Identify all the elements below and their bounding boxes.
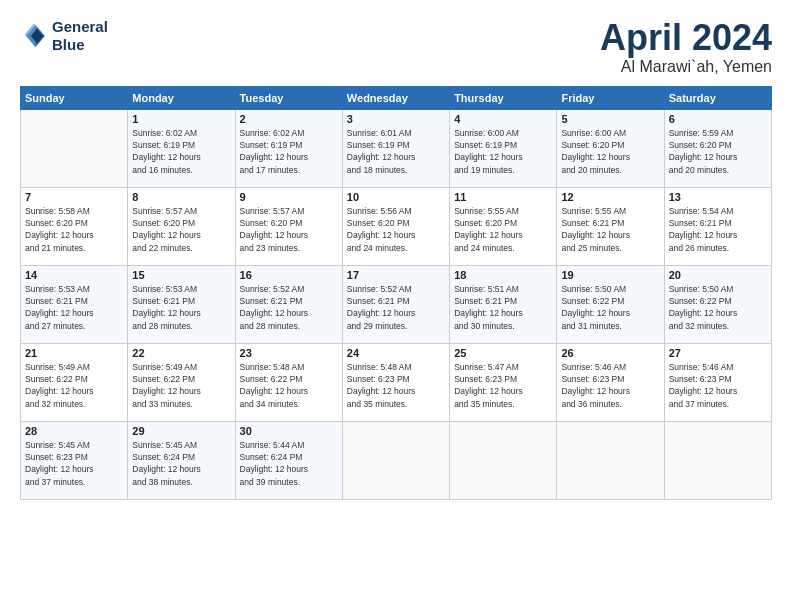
month-title: April 2024 [600, 18, 772, 58]
calendar-cell: 20Sunrise: 5:50 AMSunset: 6:22 PMDayligh… [664, 265, 771, 343]
header: General Blue April 2024 Al Marawi`ah, Ye… [20, 18, 772, 76]
day-info: Sunrise: 5:47 AMSunset: 6:23 PMDaylight:… [454, 361, 552, 410]
day-number: 24 [347, 347, 445, 359]
calendar-cell: 11Sunrise: 5:55 AMSunset: 6:20 PMDayligh… [450, 187, 557, 265]
calendar-cell: 8Sunrise: 5:57 AMSunset: 6:20 PMDaylight… [128, 187, 235, 265]
calendar-cell: 29Sunrise: 5:45 AMSunset: 6:24 PMDayligh… [128, 421, 235, 499]
calendar-cell: 14Sunrise: 5:53 AMSunset: 6:21 PMDayligh… [21, 265, 128, 343]
day-number: 7 [25, 191, 123, 203]
col-header-wednesday: Wednesday [342, 86, 449, 109]
calendar-cell: 28Sunrise: 5:45 AMSunset: 6:23 PMDayligh… [21, 421, 128, 499]
day-number: 15 [132, 269, 230, 281]
day-info: Sunrise: 6:02 AMSunset: 6:19 PMDaylight:… [240, 127, 338, 176]
col-header-sunday: Sunday [21, 86, 128, 109]
col-header-tuesday: Tuesday [235, 86, 342, 109]
day-number: 3 [347, 113, 445, 125]
calendar-table: SundayMondayTuesdayWednesdayThursdayFrid… [20, 86, 772, 500]
day-info: Sunrise: 5:49 AMSunset: 6:22 PMDaylight:… [25, 361, 123, 410]
calendar-cell: 10Sunrise: 5:56 AMSunset: 6:20 PMDayligh… [342, 187, 449, 265]
day-info: Sunrise: 5:51 AMSunset: 6:21 PMDaylight:… [454, 283, 552, 332]
day-number: 22 [132, 347, 230, 359]
day-info: Sunrise: 5:56 AMSunset: 6:20 PMDaylight:… [347, 205, 445, 254]
day-number: 12 [561, 191, 659, 203]
title-block: April 2024 Al Marawi`ah, Yemen [600, 18, 772, 76]
day-info: Sunrise: 6:02 AMSunset: 6:19 PMDaylight:… [132, 127, 230, 176]
day-info: Sunrise: 5:50 AMSunset: 6:22 PMDaylight:… [669, 283, 767, 332]
day-info: Sunrise: 5:45 AMSunset: 6:24 PMDaylight:… [132, 439, 230, 488]
day-number: 23 [240, 347, 338, 359]
day-number: 4 [454, 113, 552, 125]
day-info: Sunrise: 5:54 AMSunset: 6:21 PMDaylight:… [669, 205, 767, 254]
calendar-cell: 21Sunrise: 5:49 AMSunset: 6:22 PMDayligh… [21, 343, 128, 421]
calendar-cell: 13Sunrise: 5:54 AMSunset: 6:21 PMDayligh… [664, 187, 771, 265]
day-number: 8 [132, 191, 230, 203]
day-number: 27 [669, 347, 767, 359]
calendar-cell: 3Sunrise: 6:01 AMSunset: 6:19 PMDaylight… [342, 109, 449, 187]
day-number: 18 [454, 269, 552, 281]
day-info: Sunrise: 5:53 AMSunset: 6:21 PMDaylight:… [132, 283, 230, 332]
calendar-cell: 12Sunrise: 5:55 AMSunset: 6:21 PMDayligh… [557, 187, 664, 265]
day-info: Sunrise: 5:58 AMSunset: 6:20 PMDaylight:… [25, 205, 123, 254]
day-info: Sunrise: 6:01 AMSunset: 6:19 PMDaylight:… [347, 127, 445, 176]
day-info: Sunrise: 5:44 AMSunset: 6:24 PMDaylight:… [240, 439, 338, 488]
day-info: Sunrise: 5:50 AMSunset: 6:22 PMDaylight:… [561, 283, 659, 332]
day-number: 16 [240, 269, 338, 281]
day-number: 11 [454, 191, 552, 203]
page: General Blue April 2024 Al Marawi`ah, Ye… [0, 0, 792, 612]
calendar-cell: 6Sunrise: 5:59 AMSunset: 6:20 PMDaylight… [664, 109, 771, 187]
calendar-cell: 7Sunrise: 5:58 AMSunset: 6:20 PMDaylight… [21, 187, 128, 265]
calendar-cell: 27Sunrise: 5:46 AMSunset: 6:23 PMDayligh… [664, 343, 771, 421]
day-number: 17 [347, 269, 445, 281]
calendar-cell: 2Sunrise: 6:02 AMSunset: 6:19 PMDaylight… [235, 109, 342, 187]
logo-icon [20, 22, 48, 50]
day-info: Sunrise: 5:52 AMSunset: 6:21 PMDaylight:… [240, 283, 338, 332]
day-number: 25 [454, 347, 552, 359]
logo: General Blue [20, 18, 108, 54]
day-info: Sunrise: 6:00 AMSunset: 6:20 PMDaylight:… [561, 127, 659, 176]
day-number: 14 [25, 269, 123, 281]
logo-text: General Blue [52, 18, 108, 54]
col-header-thursday: Thursday [450, 86, 557, 109]
calendar-cell: 30Sunrise: 5:44 AMSunset: 6:24 PMDayligh… [235, 421, 342, 499]
calendar-cell: 16Sunrise: 5:52 AMSunset: 6:21 PMDayligh… [235, 265, 342, 343]
calendar-cell [450, 421, 557, 499]
day-number: 10 [347, 191, 445, 203]
day-info: Sunrise: 5:55 AMSunset: 6:20 PMDaylight:… [454, 205, 552, 254]
calendar-cell: 19Sunrise: 5:50 AMSunset: 6:22 PMDayligh… [557, 265, 664, 343]
day-number: 1 [132, 113, 230, 125]
day-number: 13 [669, 191, 767, 203]
location: Al Marawi`ah, Yemen [600, 58, 772, 76]
calendar-cell [664, 421, 771, 499]
col-header-friday: Friday [557, 86, 664, 109]
day-number: 30 [240, 425, 338, 437]
col-header-monday: Monday [128, 86, 235, 109]
day-info: Sunrise: 5:48 AMSunset: 6:22 PMDaylight:… [240, 361, 338, 410]
day-info: Sunrise: 6:00 AMSunset: 6:19 PMDaylight:… [454, 127, 552, 176]
calendar-cell: 18Sunrise: 5:51 AMSunset: 6:21 PMDayligh… [450, 265, 557, 343]
calendar-cell: 25Sunrise: 5:47 AMSunset: 6:23 PMDayligh… [450, 343, 557, 421]
day-info: Sunrise: 5:52 AMSunset: 6:21 PMDaylight:… [347, 283, 445, 332]
day-number: 20 [669, 269, 767, 281]
day-info: Sunrise: 5:53 AMSunset: 6:21 PMDaylight:… [25, 283, 123, 332]
calendar-cell: 22Sunrise: 5:49 AMSunset: 6:22 PMDayligh… [128, 343, 235, 421]
day-info: Sunrise: 5:48 AMSunset: 6:23 PMDaylight:… [347, 361, 445, 410]
day-number: 28 [25, 425, 123, 437]
calendar-cell: 23Sunrise: 5:48 AMSunset: 6:22 PMDayligh… [235, 343, 342, 421]
calendar-cell: 9Sunrise: 5:57 AMSunset: 6:20 PMDaylight… [235, 187, 342, 265]
calendar-cell: 1Sunrise: 6:02 AMSunset: 6:19 PMDaylight… [128, 109, 235, 187]
calendar-cell: 17Sunrise: 5:52 AMSunset: 6:21 PMDayligh… [342, 265, 449, 343]
calendar-cell [342, 421, 449, 499]
calendar-cell [557, 421, 664, 499]
day-number: 21 [25, 347, 123, 359]
calendar-cell [21, 109, 128, 187]
day-info: Sunrise: 5:45 AMSunset: 6:23 PMDaylight:… [25, 439, 123, 488]
calendar-cell: 4Sunrise: 6:00 AMSunset: 6:19 PMDaylight… [450, 109, 557, 187]
calendar-cell: 15Sunrise: 5:53 AMSunset: 6:21 PMDayligh… [128, 265, 235, 343]
col-header-saturday: Saturday [664, 86, 771, 109]
calendar-cell: 26Sunrise: 5:46 AMSunset: 6:23 PMDayligh… [557, 343, 664, 421]
day-info: Sunrise: 5:49 AMSunset: 6:22 PMDaylight:… [132, 361, 230, 410]
day-info: Sunrise: 5:46 AMSunset: 6:23 PMDaylight:… [669, 361, 767, 410]
day-info: Sunrise: 5:57 AMSunset: 6:20 PMDaylight:… [132, 205, 230, 254]
day-number: 5 [561, 113, 659, 125]
day-number: 9 [240, 191, 338, 203]
